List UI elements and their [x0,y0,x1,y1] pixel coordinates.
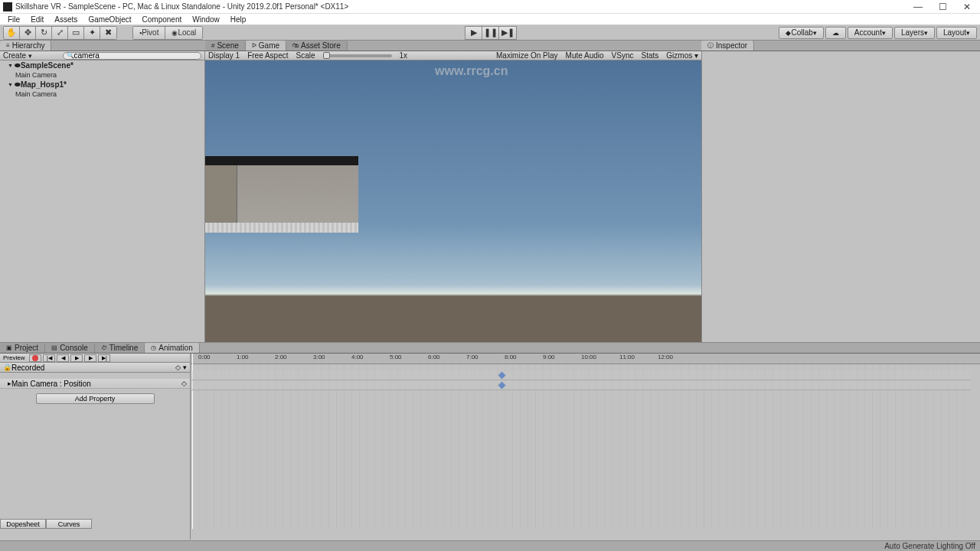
menu-gameobject[interactable]: GameObject [83,15,136,24]
aspect-dropdown[interactable]: Free Aspect [247,51,288,60]
rect-tool[interactable]: ▭ [68,27,84,39]
mute-toggle[interactable]: Mute Audio [566,51,604,60]
account-button[interactable]: Account ▾ [848,27,893,39]
local-toggle[interactable]: ◉ Local [165,27,202,39]
keyframe-icon[interactable] [498,372,506,380]
game-icon: ᐅ [252,42,256,49]
record-button[interactable] [29,354,41,362]
assetstore-icon: 🛍 [292,42,299,49]
timeline-tab[interactable]: ⏱Timeline [95,343,145,353]
scene-icon: # [211,42,214,49]
scene-tab[interactable]: #Scene [205,41,246,51]
hierarchy-scene-item[interactable]: ▼⬬ Map_Hosp1* [0,80,204,90]
project-tab[interactable]: ▣Project [0,343,45,353]
hierarchy-tab[interactable]: ≡Hierarchy [0,41,51,51]
collab-button[interactable]: ◆ Collab ▾ [779,27,823,39]
play-anim-button[interactable]: ▶ [70,354,83,362]
curves-button[interactable]: Curves [46,519,92,529]
animation-property-panel: Preview |◀ ◀ ▶ ▶ ▶| 🔒 Recorded◇ ▾ ▸ Main… [0,354,191,540]
statusbar: Auto Generate Lighting Off [0,540,980,551]
hierarchy-create[interactable]: Create ▾ [3,51,32,60]
hierarchy-scene-item[interactable]: ▼⬬ SampleScene* [0,60,204,70]
console-tab[interactable]: ▤Console [45,343,95,353]
menu-assets[interactable]: Assets [50,15,82,24]
dopesheet-button[interactable]: Dopesheet [0,519,46,529]
next-frame-button[interactable]: ▶ [84,354,96,362]
menubar: File Edit Assets GameObject Component Wi… [0,14,980,25]
assetstore-tab[interactable]: 🛍Asset Store [286,41,348,51]
custom-tool[interactable]: ✖ [100,27,116,39]
window-titlebar: Skillshare VR - SampleScene - PC, Mac & … [0,0,980,14]
timeline-icon: ⏱ [101,344,107,351]
prev-frame-button[interactable]: ◀ [57,354,69,362]
first-frame-button[interactable]: |◀ [43,354,55,362]
menu-component[interactable]: Component [138,15,187,24]
scale-label: Scale [296,51,315,60]
preview-toggle[interactable]: Preview [3,354,24,361]
scene-building [205,156,358,233]
last-frame-button[interactable]: ▶| [98,354,110,362]
play-button[interactable]: ▶ [466,27,482,39]
step-button[interactable]: ▶❚ [499,27,516,39]
summary-track[interactable] [191,370,971,380]
game-toolbar: Display 1 Free Aspect Scale 1x Maximize … [205,51,701,60]
scale-slider[interactable] [323,54,392,57]
maximize-toggle[interactable]: Maximize On Play [496,51,558,60]
menu-edit[interactable]: Edit [26,15,48,24]
display-dropdown[interactable]: Display 1 [208,51,240,60]
hierarchy-icon: ≡ [6,42,10,49]
pause-button[interactable]: ❚❚ [482,27,499,39]
minimize-button[interactable]: — [913,2,923,12]
hierarchy-item[interactable]: Main Camera [0,90,204,99]
timeline-ruler[interactable]: 0:00 1:00 2:00 3:00 4:00 5:00 6:00 7:00 … [191,354,980,364]
lighting-status: Auto Generate Lighting Off [884,542,975,550]
vsync-toggle[interactable]: VSync [612,51,634,60]
game-tab[interactable]: ᐅGame [246,41,286,51]
rotate-tool[interactable]: ↻ [36,27,52,39]
menu-help[interactable]: Help [226,15,251,24]
hand-tool[interactable]: ✋ [4,27,20,39]
layers-button[interactable]: Layers ▾ [894,27,935,39]
inspector-icon: ⓘ [707,41,714,50]
scale-value: 1x [400,51,408,60]
close-button[interactable]: ✕ [962,2,972,12]
inspector-tab[interactable]: ⓘInspector [701,41,754,51]
hierarchy-item[interactable]: Main Camera [0,70,204,80]
console-icon: ▤ [51,344,57,351]
animation-timeline[interactable]: 0:00 1:00 2:00 3:00 4:00 5:00 6:00 7:00 … [191,354,980,540]
project-icon: ▣ [6,344,12,351]
menu-file[interactable]: File [3,15,24,24]
maximize-button[interactable]: ☐ [937,2,948,12]
add-property-button[interactable]: Add Property [36,393,155,404]
pivot-toggle[interactable]: ▪ Pivot [133,27,165,39]
animation-icon: ◷ [151,344,156,351]
clip-dropdown[interactable]: 🔒 Recorded◇ ▾ [0,363,190,373]
unity-icon [3,2,12,11]
window-title: Skillshare VR - SampleScene - PC, Mac & … [15,2,913,11]
menu-window[interactable]: Window [188,15,224,24]
main-toolbar: ✋ ✥ ↻ ⤢ ▭ ✦ ✖ ▪ Pivot ◉ Local ▶ ❚❚ ▶❚ ◆ … [0,25,980,41]
animation-property-row[interactable]: ▸ Main Camera : Position◇ [0,379,190,389]
watermark: www.rrcg.cn [435,64,508,78]
animation-tab[interactable]: ◷Animation [145,343,199,353]
layout-button[interactable]: Layout ▾ [936,27,977,39]
cloud-button[interactable]: ☁ [825,27,846,39]
scale-tool[interactable]: ⤢ [52,27,68,39]
move-tool[interactable]: ✥ [20,27,36,39]
transform-tool[interactable]: ✦ [84,27,100,39]
gizmos-dropdown[interactable]: Gizmos ▾ [666,51,698,60]
hierarchy-search[interactable]: 🔍 camera [63,52,201,60]
keyframe-icon[interactable] [498,382,506,390]
property-track[interactable] [191,380,971,390]
stats-toggle[interactable]: Stats [642,51,659,60]
